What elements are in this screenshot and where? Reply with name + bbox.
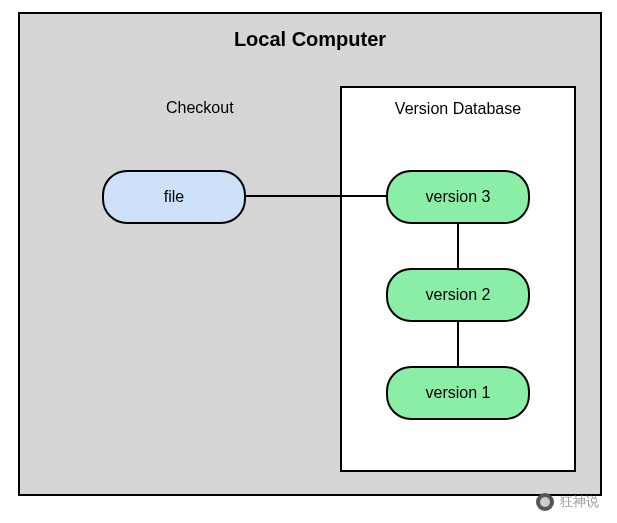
file-node: file [102, 170, 246, 224]
connector-v2-v1 [457, 318, 459, 368]
version-2-label: version 2 [426, 286, 491, 304]
connector-file-to-version3 [242, 195, 387, 197]
diagram-canvas: Local Computer Checkout file Version Dat… [0, 0, 617, 523]
version-3-node: version 3 [386, 170, 530, 224]
version-database-box: Version Database version 3 version 2 ver… [340, 86, 576, 472]
version-database-label: Version Database [342, 100, 574, 118]
diagram-title: Local Computer [20, 28, 600, 51]
local-computer-box: Local Computer Checkout file Version Dat… [18, 12, 602, 496]
connector-v3-v2 [457, 220, 459, 270]
watermark: 狂神说 [536, 493, 599, 511]
checkout-label: Checkout [166, 99, 234, 117]
version-1-node: version 1 [386, 366, 530, 420]
file-node-label: file [164, 188, 184, 206]
version-2-node: version 2 [386, 268, 530, 322]
wechat-icon [536, 493, 554, 511]
version-3-label: version 3 [426, 188, 491, 206]
version-1-label: version 1 [426, 384, 491, 402]
watermark-text: 狂神说 [560, 493, 599, 511]
